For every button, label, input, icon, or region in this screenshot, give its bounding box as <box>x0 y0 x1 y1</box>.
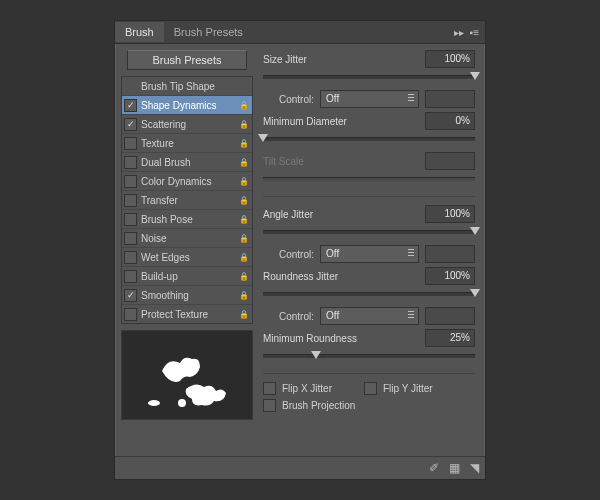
brush-option-texture[interactable]: Texture🔒 <box>122 134 252 153</box>
checkbox-icon[interactable]: ✓ <box>124 118 137 131</box>
control-value-1 <box>425 90 475 108</box>
brush-option-build-up[interactable]: Build-up🔒 <box>122 267 252 286</box>
brush-option-brush-tip-shape[interactable]: Brush Tip Shape <box>122 77 252 96</box>
size-jitter-control-dropdown[interactable]: Off <box>320 90 419 108</box>
flip-x-jitter-label: Flip X Jitter <box>282 383 332 394</box>
svg-point-1 <box>178 399 186 407</box>
roundness-jitter-control-dropdown[interactable]: Off <box>320 307 419 325</box>
option-label: Wet Edges <box>141 252 234 263</box>
min-diameter-slider[interactable] <box>263 134 475 146</box>
flip-x-jitter-checkbox[interactable] <box>263 382 276 395</box>
brush-options-list: Brush Tip Shape✓Shape Dynamics🔒✓Scatteri… <box>121 76 253 324</box>
lock-icon[interactable]: 🔒 <box>238 234 250 243</box>
angle-jitter-slider[interactable] <box>263 227 475 239</box>
lock-icon[interactable]: 🔒 <box>238 139 250 148</box>
option-label: Transfer <box>141 195 234 206</box>
control-label-2: Control: <box>279 249 314 260</box>
brush-option-brush-pose[interactable]: Brush Pose🔒 <box>122 210 252 229</box>
lock-icon[interactable]: 🔒 <box>238 310 250 319</box>
size-jitter-label: Size Jitter <box>263 54 419 65</box>
checkbox-icon[interactable] <box>124 251 137 264</box>
option-label: Noise <box>141 233 234 244</box>
size-jitter-slider[interactable] <box>263 72 475 84</box>
lock-icon[interactable]: 🔒 <box>238 158 250 167</box>
checkbox-icon[interactable] <box>124 156 137 169</box>
brush-option-color-dynamics[interactable]: Color Dynamics🔒 <box>122 172 252 191</box>
min-roundness-slider[interactable] <box>263 351 475 363</box>
checkbox-icon[interactable]: ✓ <box>124 99 137 112</box>
lock-icon[interactable]: 🔒 <box>238 291 250 300</box>
control-value-3 <box>425 307 475 325</box>
flip-y-jitter-checkbox[interactable] <box>364 382 377 395</box>
angle-jitter-value[interactable]: 100% <box>425 205 475 223</box>
brush-option-noise[interactable]: Noise🔒 <box>122 229 252 248</box>
checkbox-icon[interactable] <box>124 175 137 188</box>
brush-preview <box>121 330 253 420</box>
angle-jitter-control-dropdown[interactable]: Off <box>320 245 419 263</box>
brush-projection-label: Brush Projection <box>282 400 355 411</box>
brush-projection-checkbox[interactable] <box>263 399 276 412</box>
option-label: Build-up <box>141 271 234 282</box>
tilt-scale-value <box>425 152 475 170</box>
checkbox-icon[interactable] <box>124 270 137 283</box>
new-preset-icon[interactable]: ▦ <box>449 461 460 475</box>
brush-option-scattering[interactable]: ✓Scattering🔒 <box>122 115 252 134</box>
trash-icon[interactable]: ◥ <box>470 461 479 475</box>
flip-y-jitter-label: Flip Y Jitter <box>383 383 433 394</box>
option-label: Color Dynamics <box>141 176 234 187</box>
option-label: Brush Pose <box>141 214 234 225</box>
roundness-jitter-value[interactable]: 100% <box>425 267 475 285</box>
brush-option-protect-texture[interactable]: Protect Texture🔒 <box>122 305 252 323</box>
lock-icon[interactable]: 🔒 <box>238 253 250 262</box>
lock-icon[interactable]: 🔒 <box>238 101 250 110</box>
brush-panel: Brush Brush Presets ▸▸ ▪≡ Brush Presets … <box>114 20 486 480</box>
min-diameter-label: Minimum Diameter <box>263 116 419 127</box>
roundness-jitter-label: Roundness Jitter <box>263 271 419 282</box>
min-roundness-value[interactable]: 25% <box>425 329 475 347</box>
lock-icon[interactable]: 🔒 <box>238 272 250 281</box>
option-label: Shape Dynamics <box>141 100 234 111</box>
option-label: Smoothing <box>141 290 234 301</box>
control-value-2 <box>425 245 475 263</box>
option-label: Brush Tip Shape <box>141 81 234 92</box>
checkbox-icon[interactable] <box>124 137 137 150</box>
option-label: Texture <box>141 138 234 149</box>
toggle-preview-icon[interactable]: ✐ <box>429 461 439 475</box>
checkbox-icon[interactable]: ✓ <box>124 289 137 302</box>
size-jitter-value[interactable]: 100% <box>425 50 475 68</box>
lock-icon[interactable]: 🔒 <box>238 177 250 186</box>
tab-brush[interactable]: Brush <box>115 22 164 42</box>
tab-bar: Brush Brush Presets ▸▸ ▪≡ <box>115 21 485 44</box>
panel-footer: ✐ ▦ ◥ <box>115 456 485 479</box>
brush-option-smoothing[interactable]: ✓Smoothing🔒 <box>122 286 252 305</box>
lock-icon[interactable]: 🔒 <box>238 215 250 224</box>
control-label-3: Control: <box>279 311 314 322</box>
checkbox-icon[interactable] <box>124 194 137 207</box>
svg-point-0 <box>148 400 160 406</box>
option-label: Dual Brush <box>141 157 234 168</box>
checkbox-icon[interactable] <box>124 308 137 321</box>
option-label: Scattering <box>141 119 234 130</box>
min-roundness-label: Minimum Roundness <box>263 333 419 344</box>
brush-option-dual-brush[interactable]: Dual Brush🔒 <box>122 153 252 172</box>
tilt-scale-slider <box>263 174 475 186</box>
lock-icon[interactable]: 🔒 <box>238 120 250 129</box>
brush-option-shape-dynamics[interactable]: ✓Shape Dynamics🔒 <box>122 96 252 115</box>
checkbox-icon[interactable] <box>124 232 137 245</box>
min-diameter-value[interactable]: 0% <box>425 112 475 130</box>
roundness-jitter-slider[interactable] <box>263 289 475 301</box>
tab-brush-presets[interactable]: Brush Presets <box>164 22 253 42</box>
brush-option-wet-edges[interactable]: Wet Edges🔒 <box>122 248 252 267</box>
tilt-scale-label: Tilt Scale <box>263 156 419 167</box>
control-label-1: Control: <box>279 94 314 105</box>
brush-presets-button[interactable]: Brush Presets <box>127 50 247 70</box>
panel-menu-icon[interactable]: ▪≡ <box>470 27 479 38</box>
lock-icon[interactable]: 🔒 <box>238 196 250 205</box>
brush-option-transfer[interactable]: Transfer🔒 <box>122 191 252 210</box>
option-label: Protect Texture <box>141 309 234 320</box>
collapse-icon[interactable]: ▸▸ <box>454 27 464 38</box>
angle-jitter-label: Angle Jitter <box>263 209 419 220</box>
checkbox-icon[interactable] <box>124 213 137 226</box>
